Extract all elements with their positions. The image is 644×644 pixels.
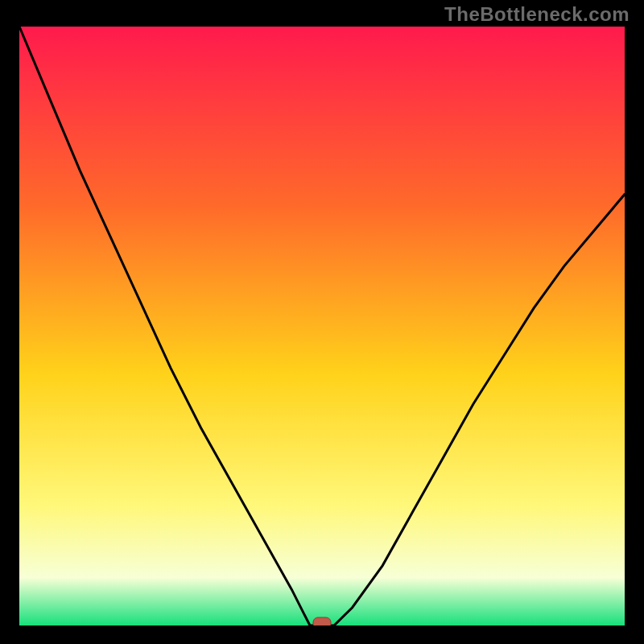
plot-area [19, 27, 625, 625]
gradient-background [19, 27, 625, 625]
watermark-text: TheBottleneck.com [444, 3, 630, 26]
chart-frame: TheBottleneck.com [0, 0, 644, 644]
chart-svg [19, 27, 625, 625]
minimum-marker [313, 617, 331, 625]
